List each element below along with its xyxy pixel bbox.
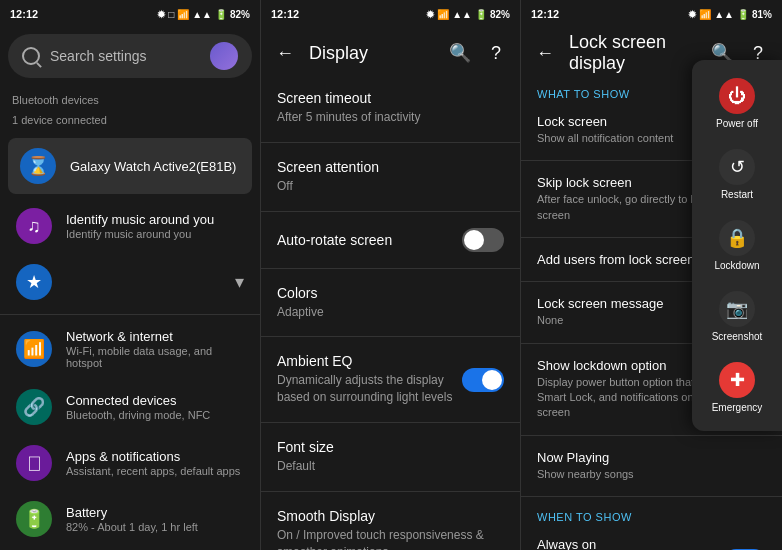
- wifi-icon: 📶: [177, 9, 189, 20]
- signal-icon-2: ▲▲: [452, 9, 472, 20]
- bt-icon: ✹: [157, 9, 165, 20]
- toggle-knob: [464, 230, 484, 250]
- connected-text: Connected devices Bluetooth, driving mod…: [66, 393, 244, 421]
- connected-icon: 🔗: [16, 389, 52, 425]
- signal-icon-3: ▲▲: [714, 9, 734, 20]
- power-off-button[interactable]: ⏻ Power off: [692, 68, 782, 139]
- status-bar-2: 12:12 ✹ 📶 ▲▲ 🔋 82%: [261, 0, 520, 28]
- apps-text: Apps & notifications Assistant, recent a…: [66, 449, 244, 477]
- identify-music-item[interactable]: ♫ Identify music around you Identify mus…: [0, 198, 260, 254]
- status-bar-1: 12:12 ✹ □ 📶 ▲▲ 🔋 82%: [0, 0, 260, 28]
- d2-2: [261, 211, 520, 212]
- signal-icon: ▲▲: [192, 9, 212, 20]
- lockdown-label: Lockdown: [714, 260, 759, 271]
- search-icon: [22, 47, 40, 65]
- battery-icon-1: 🔋: [215, 9, 227, 20]
- collapse-icon[interactable]: ▾: [235, 271, 244, 293]
- status-icons-1: ✹ □ 📶 ▲▲ 🔋 82%: [157, 9, 250, 20]
- ambient-eq-toggle[interactable]: [462, 368, 504, 392]
- search-bar[interactable]: Search settings: [8, 34, 252, 78]
- auto-rotate-title: Auto-rotate screen: [277, 232, 392, 248]
- screen-attention-item[interactable]: Screen attention Off: [261, 147, 520, 207]
- screenshot-button[interactable]: 📷 Screenshot: [692, 281, 782, 352]
- d2-3: [261, 268, 520, 269]
- time-2: 12:12: [271, 8, 299, 20]
- restart-label: Restart: [721, 189, 753, 200]
- back-button-3[interactable]: ←: [529, 37, 561, 69]
- network-subtitle: Wi-Fi, mobile data usage, and hotspot: [66, 345, 244, 369]
- help-button-2[interactable]: ?: [480, 37, 512, 69]
- connected-item[interactable]: 🔗 Connected devices Bluetooth, driving m…: [0, 379, 260, 435]
- bt-device-text: Galaxy Watch Active2(E81B): [70, 159, 240, 174]
- ambient-eq-row: Ambient EQ Dynamically adjusts the displ…: [277, 353, 504, 406]
- now-playing-item[interactable]: Now Playing Show nearby songs: [521, 440, 782, 492]
- colors-title: Colors: [277, 285, 504, 301]
- battery-text: Battery 82% - About 1 day, 1 hr left: [66, 505, 244, 533]
- now-playing-sub: Show nearby songs: [537, 467, 766, 482]
- screen-timeout-item[interactable]: Screen timeout After 5 minutes of inacti…: [261, 78, 520, 138]
- lock-screen-panel: 12:12 ✹ 📶 ▲▲ 🔋 81% ← Lock screen display…: [520, 0, 782, 550]
- music-subtitle: Identify music around you: [66, 228, 244, 240]
- ambient-eq-texts: Ambient EQ Dynamically adjusts the displ…: [277, 353, 462, 406]
- divider-1: [0, 314, 260, 315]
- power-off-icon: ⏻: [719, 78, 755, 114]
- emergency-button[interactable]: ✚ Emergency: [692, 352, 782, 423]
- status-icons-3: ✹ 📶 ▲▲ 🔋 81%: [688, 9, 772, 20]
- font-size-item[interactable]: Font size Default: [261, 427, 520, 487]
- d2-6: [261, 491, 520, 492]
- back-button-2[interactable]: ←: [269, 37, 301, 69]
- bt-icon-3: ✹: [688, 9, 696, 20]
- bt-icon-2: ✹: [426, 9, 434, 20]
- music-icon: ♫: [16, 208, 52, 244]
- always-on-texts: Always on Show time, notification icons,…: [537, 537, 724, 550]
- nav-actions-2: 🔍 ?: [444, 37, 512, 69]
- colors-sub: Adaptive: [277, 304, 504, 321]
- network-item[interactable]: 📶 Network & internet Wi-Fi, mobile data …: [0, 319, 260, 379]
- network-icon: 📶: [16, 331, 52, 367]
- d2-4: [261, 336, 520, 337]
- ambient-eq-sub: Dynamically adjusts the display based on…: [277, 372, 454, 406]
- display-panel: 12:12 ✹ 📶 ▲▲ 🔋 82% ← Display 🔍 ? Screen …: [260, 0, 520, 550]
- battery-icon: 🔋: [16, 501, 52, 537]
- status-bar-3: 12:12 ✹ 📶 ▲▲ 🔋 81%: [521, 0, 782, 28]
- lockdown-icon: 🔒: [719, 220, 755, 256]
- apps-subtitle: Assistant, recent apps, default apps: [66, 465, 244, 477]
- music-title: Identify music around you: [66, 212, 244, 227]
- apps-icon: ⎕: [16, 445, 52, 481]
- restart-button[interactable]: ↺ Restart: [692, 139, 782, 210]
- d2-5: [261, 422, 520, 423]
- auto-rotate-row: Auto-rotate screen: [277, 228, 504, 252]
- battery-icon-3: 🔋: [737, 9, 749, 20]
- restart-icon: ↺: [719, 149, 755, 185]
- bluetooth-section: Bluetooth devices 1 device connected: [0, 84, 260, 134]
- user-avatar[interactable]: [210, 42, 238, 70]
- screen-attention-title: Screen attention: [277, 159, 504, 175]
- search-placeholder: Search settings: [50, 48, 200, 64]
- smooth-display-sub: On / Improved touch responsiveness & smo…: [277, 527, 504, 550]
- nfc-icon: □: [168, 9, 174, 20]
- auto-rotate-item[interactable]: Auto-rotate screen: [261, 216, 520, 264]
- screenshot-icon: 📷: [719, 291, 755, 327]
- wifi-icon-2: 📶: [437, 9, 449, 20]
- battery-pct-2: 82%: [490, 9, 510, 20]
- smooth-display-item[interactable]: Smooth Display On / Improved touch respo…: [261, 496, 520, 550]
- ambient-eq-item[interactable]: Ambient EQ Dynamically adjusts the displ…: [261, 341, 520, 418]
- lockdown-button[interactable]: 🔒 Lockdown: [692, 210, 782, 281]
- display-nav-header: ← Display 🔍 ?: [261, 28, 520, 78]
- d2-1: [261, 142, 520, 143]
- display-scroll[interactable]: Screen timeout After 5 minutes of inacti…: [261, 78, 520, 550]
- auto-rotate-toggle[interactable]: [462, 228, 504, 252]
- colors-item[interactable]: Colors Adaptive: [261, 273, 520, 333]
- bt-section-label: Bluetooth devices: [12, 90, 248, 110]
- always-on-row: Always on Show time, notification icons,…: [537, 537, 766, 550]
- bt-device-item[interactable]: ⌛ Galaxy Watch Active2(E81B): [8, 138, 252, 194]
- battery-item[interactable]: 🔋 Battery 82% - About 1 day, 1 hr left: [0, 491, 260, 547]
- apps-item[interactable]: ⎕ Apps & notifications Assistant, recent…: [0, 435, 260, 491]
- bluetooth-collapse-item[interactable]: ★ ▾: [0, 254, 260, 310]
- d3-5: [521, 435, 782, 436]
- search-button-2[interactable]: 🔍: [444, 37, 476, 69]
- screen-attention-sub: Off: [277, 178, 504, 195]
- always-on-item[interactable]: Always on Show time, notification icons,…: [521, 527, 782, 550]
- always-on-title: Always on: [537, 537, 716, 550]
- bt-device-name: Galaxy Watch Active2(E81B): [70, 159, 240, 174]
